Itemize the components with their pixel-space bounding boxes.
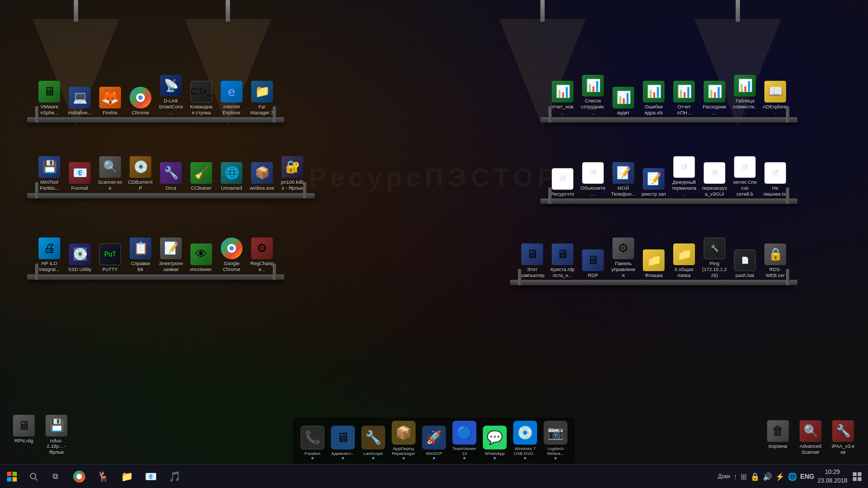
dock-icon-logitech[interactable]: 📷 Logitech Webca...: [541, 421, 570, 459]
icon-etot-komp[interactable]: 🖥 Этот компьютер: [518, 242, 546, 280]
dock-icon-pandion[interactable]: 📞 Pandion: [298, 426, 327, 459]
icon-foxmail-label: Foxmail: [71, 185, 88, 191]
icon-dlink[interactable]: 📡 D-Link SmartCons...: [157, 73, 185, 117]
icon-dejurnyi[interactable]: 📄 Дежурный терминала.: [670, 155, 698, 198]
icon-audit[interactable]: 📊 аудит: [609, 85, 637, 118]
shelf-left-top: 🖥 VMware vSphe... 💻 mobalive... 🦊 Firefo…: [35, 73, 276, 123]
start-button[interactable]: [0, 465, 24, 489]
icon-ssd[interactable]: 💽 SSD Utility: [66, 242, 94, 274]
icon-scanner[interactable]: 🔍 Scanner.exe: [96, 155, 124, 193]
taskbar-search-button[interactable]: [24, 467, 43, 486]
icon-firefox[interactable]: 🦊 Firefox: [96, 85, 124, 118]
icon-ping[interactable]: 🔧 Ping (172.15.1.226): [700, 236, 729, 280]
taskbar-sys-icon5[interactable]: ⚡: [775, 472, 784, 481]
taskbar-sys-icon2[interactable]: ⊞: [741, 472, 747, 481]
icon-obyasni[interactable]: 📄 Объясните...: [579, 160, 607, 199]
taskbar-sys-icon3[interactable]: 🔒: [750, 472, 760, 481]
dock-winscp-indicator: [433, 457, 435, 459]
dock-winscp-label: WinSCP: [426, 451, 442, 456]
icon-gchrome-label: Google Chrome: [219, 261, 244, 273]
icon-mobaive[interactable]: 💻 mobalive...: [66, 85, 94, 118]
icon-hpilo[interactable]: 🖨 HP iLO Integrat...: [35, 236, 63, 274]
dock-pandion-indicator: [311, 457, 314, 459]
icon-gchrome[interactable]: Google Chrome: [218, 236, 246, 274]
taskbar-language[interactable]: ENG: [800, 473, 814, 480]
icon-krista[interactable]: 🖥 Криста.rdpriста_н...: [548, 242, 577, 280]
taskbar-chrome-btn[interactable]: [67, 465, 91, 489]
icon-advanced-scan[interactable]: 🔍 Advanced Scanner: [796, 419, 825, 457]
taskbar-onenote-btn[interactable]: 🎵: [163, 465, 187, 489]
icon-otchet-label: отчет_нов...: [550, 104, 575, 116]
taskbar-sys-icon4[interactable]: 🔊: [763, 472, 772, 481]
icon-chrome-top[interactable]: Chrome: [126, 85, 155, 118]
svg-rect-0: [7, 472, 11, 476]
icon-winbox[interactable]: 📦 winbox.exe: [248, 160, 276, 193]
icon-vmware[interactable]: 🖥 VMware vSphe...: [35, 79, 63, 118]
icon-chrome-top-label: Chrome: [132, 110, 149, 116]
icon-panel-upr[interactable]: ⚙ Панель управления: [609, 236, 637, 280]
icon-obshaya[interactable]: 📁 it общая папка: [670, 242, 698, 280]
icon-reestr[interactable]: 📝 реестр зап: [640, 166, 668, 199]
taskbar-sys-icon6[interactable]: 🌐: [788, 472, 797, 481]
dock-icon-win7dvd[interactable]: 💿 Windows 7 USB DVD...: [511, 421, 539, 459]
icon-oshibki[interactable]: 📊 Ошибки ядра.xls: [640, 79, 668, 118]
icon-far[interactable]: 📁 Far Manager 3: [248, 79, 276, 118]
taskbar-mail-btn[interactable]: 📧: [139, 465, 163, 489]
icon-ccleaner[interactable]: 🧹 CCleaner: [187, 160, 215, 193]
dock-icon-lanscope[interactable]: 🔧 LanScope: [359, 426, 387, 459]
icon-otchet[interactable]: 📊 отчет_нов...: [548, 79, 577, 118]
icon-regchange[interactable]: ⚙ RegChange...: [248, 236, 276, 274]
icon-vnc[interactable]: 👁 vncviewer.: [187, 242, 215, 274]
taskbar-sys-icon1[interactable]: ↑: [733, 472, 737, 481]
dock-icon-whatsapp[interactable]: 💬 WhatsApp: [481, 426, 509, 459]
icon-elek[interactable]: 📝 Электронн заявки: [157, 236, 185, 274]
icon-cdburner[interactable]: 💿 CDBurnerXP: [126, 155, 155, 193]
icon-rdp[interactable]: 🖥 RDP: [579, 248, 607, 280]
icon-rashodnik[interactable]: 📊 Расходник...: [700, 79, 729, 118]
icon-putty[interactable]: PuT PuTTY: [96, 242, 124, 274]
icon-cmd[interactable]: C:\>_ Командная строка: [187, 79, 215, 118]
taskbar-clock[interactable]: 10:29 23.08.2018: [818, 468, 847, 485]
icon-adexplorer[interactable]: 📖 ADExplorer.: [761, 79, 789, 118]
icon-orca-img: 🔧: [160, 162, 182, 184]
icon-unnamed[interactable]: 🌐 Unnamed: [218, 160, 246, 193]
icon-pash-bat-img: 📄: [734, 249, 756, 271]
icon-panel-upr-img: ⚙: [612, 237, 634, 259]
icon-rufus[interactable]: 💾 rufus-2.18p... - Ярлык: [42, 413, 71, 457]
shelf-bracket-left-rm: [548, 188, 552, 204]
icon-perezagruz[interactable]: 📄 перезагруза_v3GUI: [700, 160, 729, 199]
dock-icon-appdepl[interactable]: 📦 AppDeploy Repackager: [390, 421, 418, 459]
taskbar-explorer-btn[interactable]: 📁: [115, 465, 139, 489]
icon-spisok[interactable]: 📊 Список сотрудник...: [579, 73, 607, 117]
icon-ie-img: e: [221, 81, 242, 102]
icon-minitool[interactable]: 💾 MiniTool Partitio...: [35, 155, 63, 193]
svg-rect-7: [858, 472, 861, 476]
icon-spravki[interactable]: 📋 Справки БК: [126, 236, 155, 274]
icon-orca[interactable]: 🔧 Orca: [157, 160, 185, 193]
icon-foxmail[interactable]: 📧 Foxmail: [66, 160, 94, 193]
icon-ie[interactable]: e Internet Explorer: [218, 79, 246, 118]
dock-icon-winscp[interactable]: 🚀 WinSCP: [420, 426, 448, 459]
action-center-btn[interactable]: [851, 470, 864, 483]
taskbar-foxmail-btn[interactable]: 🦌: [91, 465, 115, 489]
taskbar-task-view[interactable]: ⧉: [43, 465, 67, 489]
dock-icon-teamview[interactable]: 🔵 TeamViewer 13: [450, 421, 478, 459]
bottom-left-area: 🖥 RPN.rdg 💾 rufus-2.18p... - Ярлык: [10, 413, 71, 458]
icon-winbox-label: winbox.exe: [250, 185, 274, 191]
shelf-bracket-left-bot: [35, 264, 39, 280]
icon-moi-tel[interactable]: 📝 МОЙ Телефон...: [609, 160, 637, 199]
icon-tablica[interactable]: 📊 Таблица совмести...: [731, 73, 759, 117]
icon-rpn-rdg[interactable]: 🖥 RPN.rdg: [10, 413, 38, 457]
dock-win7dvd-indicator: [524, 457, 526, 459]
icon-ipaa[interactable]: 🔧 IPAA_v3.exe: [829, 419, 857, 457]
icon-ne-lishne[interactable]: 📄 Не лишнее.txt: [761, 160, 789, 199]
icon-rds-web[interactable]: 🔒 RDS-WEB.cer: [761, 242, 789, 280]
icon-vpn100[interactable]: 🔐 pn100.kdbx - Ярлык: [278, 155, 307, 193]
icon-server-sps[interactable]: 📄 server.Список сетей.b: [731, 155, 759, 198]
icon-flash[interactable]: 📁 Флэшка: [640, 248, 668, 280]
icon-recycle[interactable]: 🗑 Корзина: [764, 419, 792, 457]
icon-otchetapn[interactable]: 📊 Отчет АПН...: [670, 79, 698, 118]
icon-pash-bat[interactable]: 📄 pash.bat: [731, 248, 759, 280]
icon-resurs[interactable]: 📄 Ресурсчто: [548, 166, 577, 199]
dock-icon-admin[interactable]: 🖥 Админист...: [329, 426, 357, 459]
